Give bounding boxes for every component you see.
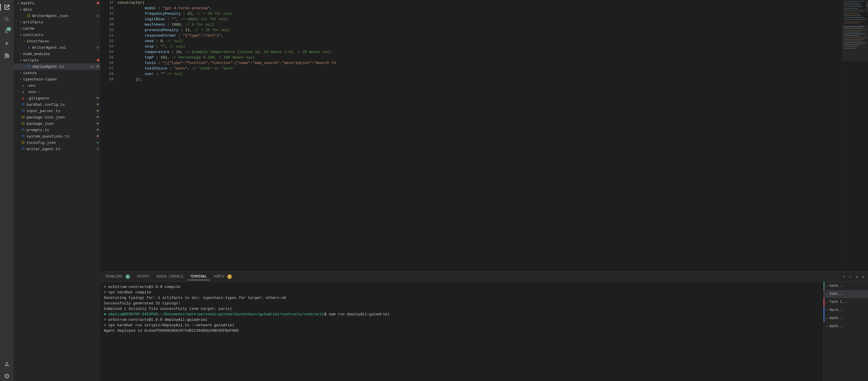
svg-rect-1 (844, 1, 864, 1)
sidebar-label-writeragent-sol: WriterAgent.sol (32, 45, 97, 50)
split-terminal-button[interactable]: ⋯ (848, 274, 853, 280)
terminal-line: > npx hardhat compile (104, 290, 820, 295)
terminal-list-bash1[interactable]: ⚡ bash... (824, 282, 868, 290)
settings-icon[interactable] (2, 371, 12, 381)
sidebar-item-abis[interactable]: abis (14, 6, 100, 13)
tab-problems[interactable]: PROBLEMS 2 (103, 273, 133, 280)
svg-rect-21 (844, 37, 868, 38)
add-terminal-button[interactable]: + (841, 274, 846, 280)
ts-icon-writer-agent: TS (21, 147, 25, 151)
sidebar-item-hardhat-config[interactable]: TS hardhat.config.ts M (14, 101, 100, 108)
json-icon: {} (27, 13, 31, 18)
sidebar-item-package-json[interactable]: {} package.json M (14, 121, 100, 127)
terminal-list-cont[interactable]: ⚡ Cont... (824, 290, 868, 298)
sidebar-label-hackfs: hackfs (21, 1, 97, 5)
ts-icon-deployagent: TS (27, 64, 31, 69)
problems-badge: 2 (125, 274, 130, 279)
terminal-list-hard[interactable]: ⚡ Hard... (824, 306, 868, 314)
sidebar-label-artifacts: artifacts (23, 20, 97, 25)
sidebar-item-input-parser[interactable]: TS input_parser.ts M (14, 108, 100, 114)
env-icon: ⚙ (21, 83, 25, 88)
folder-arrow-interfaces (22, 39, 27, 43)
svg-rect-19 (844, 33, 865, 34)
sidebar-label-input-parser: input_parser.ts (27, 109, 97, 113)
account-icon[interactable] (2, 359, 12, 369)
sidebar-item-package-lock[interactable]: {} package-lock.json M (14, 114, 100, 121)
folder-arrow-node-modules (19, 52, 23, 56)
sidebar-item-writeragent-sol[interactable]: ◆ WriterAgent.sol U (14, 44, 100, 51)
run-debug-icon[interactable] (2, 39, 12, 49)
sidebar-label-gitignore: .gitignore (27, 96, 97, 101)
code-editor[interactable]: 374647484950515253545556575859 construct… (100, 0, 842, 272)
search-icon[interactable] (2, 14, 12, 24)
sidebar-item-tsconfig[interactable]: {} tsconfig.json U (14, 139, 100, 146)
svg-rect-3 (844, 5, 861, 5)
sidebar-item-writeragent-json[interactable]: {} WriterAgent.json U (14, 13, 100, 19)
terminal-line: > npx hardhat run scripts/deployAll.ts -… (104, 322, 820, 328)
sidebar-label-writeragent-json: WriterAgent.json (32, 14, 97, 18)
svg-rect-20 (844, 35, 859, 36)
badge-writer-agent: U (97, 147, 100, 151)
sidebar-item-prompts[interactable]: TS prompts.ts M (14, 127, 100, 133)
sidebar-item-env-dash[interactable]: ◆ .env-- (14, 89, 100, 95)
terminal-list-bash3[interactable]: ⚡ bash... (824, 322, 868, 330)
ts-icon-input-parser: TS (21, 109, 25, 113)
badge-tsconfig: U (97, 141, 100, 145)
folder-arrow-contracts (19, 33, 23, 37)
extensions-icon[interactable] (2, 51, 12, 61)
sidebar-item-hackfs[interactable]: hackfs (14, 0, 100, 6)
sidebar-item-scripts[interactable]: scripts (14, 57, 100, 63)
sidebar-item-contracts[interactable]: contracts (14, 32, 100, 38)
tab-debug-console[interactable]: DEBUG CONSOLE (153, 274, 186, 280)
sidebar-label-contracts: contracts (23, 33, 97, 37)
terminal-line: Generating typings for: 1 artifacts in d… (104, 295, 820, 300)
sidebar-item-gitignore[interactable]: ◆ .gitignore M (14, 95, 100, 101)
env-dash-icon: ◆ (21, 90, 25, 94)
line-numbers: 374647484950515253545556575859 (100, 0, 117, 272)
sidebar-item-interfaces[interactable]: interfaces (14, 38, 100, 44)
badge-system-questions: M (97, 135, 100, 138)
sidebar-label-hardhat-config: hardhat.config.ts (27, 103, 97, 107)
maximize-terminal-button[interactable]: ∧ (855, 274, 859, 280)
sidebar-item-system-questions[interactable]: TS system_questions.ts M (14, 133, 100, 139)
tab-output[interactable]: OUTPUT (134, 274, 152, 280)
sidebar-label-tsconfig: tsconfig.json (27, 140, 97, 145)
dot-badge-hackfs (97, 2, 99, 4)
json-icon-package-lock: {} (21, 115, 25, 120)
terminal-list-bash2[interactable]: ⚡ bash... (824, 314, 868, 322)
svg-rect-5 (844, 8, 858, 9)
badge-writeragent-sol: U (97, 46, 100, 49)
sidebar-item-writer-agent[interactable]: TS writer_agent.ts U (14, 146, 100, 152)
sidebar-item-node-modules[interactable]: node_modules (14, 51, 100, 57)
sidebar-item-deployagent-ts[interactable]: TS deployAgent.ts 1, M (14, 63, 100, 70)
tab-ports[interactable]: PORTS 1 (211, 273, 235, 280)
main-area: 374647484950515253545556575859 construct… (100, 0, 868, 381)
sidebar-label-typechain-types: typechain-types (23, 77, 97, 82)
terminal-line: Successfully generated 32 typings! (104, 300, 820, 306)
svg-rect-10 (844, 17, 864, 18)
tab-terminal[interactable]: TERMINAL (187, 274, 210, 280)
sidebar-label-prompts: prompts.ts (27, 128, 97, 132)
sidebar-label-package-lock: package-lock.json (27, 115, 97, 120)
ts-icon-system-questions: TS (21, 134, 25, 139)
sol-icon: ◆ (27, 45, 31, 50)
sidebar-item-typechain-types[interactable]: typechain-types (14, 76, 100, 83)
close-terminal-button[interactable]: ✕ (861, 274, 866, 280)
sidebar-item-env[interactable]: ⚙ .env (14, 83, 100, 89)
terminal-line: Agent deployed to 0x3adf58099596810754B2… (104, 328, 820, 334)
svg-rect-24 (844, 43, 866, 43)
folder-arrow-hackfs (16, 1, 21, 5)
sidebar-item-cache[interactable]: cache (14, 25, 100, 32)
folder-arrow-artifacts (19, 20, 23, 25)
svg-rect-12 (844, 21, 862, 21)
sidebar-item-tasksa[interactable]: tasksa (14, 70, 100, 76)
source-control-icon[interactable]: 53 (2, 27, 12, 36)
explorer-icon[interactable] (2, 2, 12, 12)
sidebar-label-node-modules: node_modules (23, 52, 97, 56)
sidebar-label-interfaces: interfaces (27, 39, 97, 43)
sidebar-item-artifacts[interactable]: artifacts (14, 19, 100, 25)
terminal-list: ⚡ bash... ⚡ Cont... ⚡ Talk t... ⚡ Hard..… (823, 282, 868, 381)
svg-rect-15 (844, 26, 864, 27)
terminal-body[interactable]: > arbitrum-contracts@1.0.0 compile> npx … (100, 282, 823, 381)
terminal-list-talk[interactable]: ⚡ Talk t... (824, 298, 868, 306)
